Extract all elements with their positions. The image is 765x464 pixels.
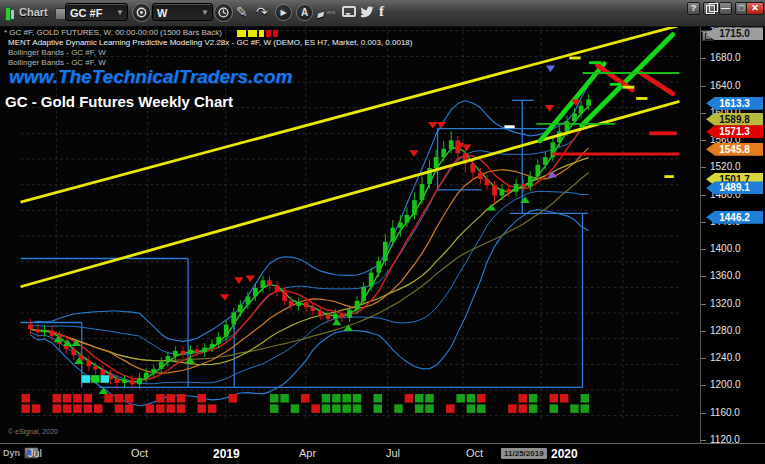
facebook-icon[interactable]: f xyxy=(379,3,384,20)
price-tick-mark xyxy=(701,385,706,386)
legend-square xyxy=(248,30,257,37)
price-badge: 1613.3 xyxy=(706,97,763,110)
time-axis-label: 2019 xyxy=(213,447,240,461)
window-minimize-button[interactable]: — xyxy=(719,2,732,15)
signal-heatmap xyxy=(21,375,589,413)
price-tick-mark xyxy=(701,358,706,359)
app-label: Chart xyxy=(19,6,48,18)
plot-svg[interactable] xyxy=(0,26,700,443)
curve-tool-button[interactable]: ↷ xyxy=(256,4,268,20)
clock-icon xyxy=(218,7,229,18)
indicator-legend-squares xyxy=(237,29,278,37)
price-tick-mark xyxy=(701,440,706,441)
time-axis-label: Oct xyxy=(466,447,483,459)
price-badge: 1545.8 xyxy=(706,143,763,156)
toolbar: Chart GC #F ▼ W ▼ ✎ ↷ ▶ A ▰ ers xyxy=(0,0,765,27)
time-axis-label: 2020 xyxy=(551,447,578,461)
price-tick-label: 1680.0 xyxy=(710,52,741,63)
support-resistance-steps xyxy=(21,100,589,387)
price-tick-mark xyxy=(701,140,706,141)
price-badge: 1446.2 xyxy=(706,211,763,224)
price-tick-mark xyxy=(701,276,706,277)
price-tick-label: 1360.0 xyxy=(710,270,741,281)
window-restore-button[interactable] xyxy=(703,2,716,15)
candles xyxy=(28,94,591,389)
price-badge: 1571.3 xyxy=(706,125,763,138)
price-tick-mark xyxy=(701,113,706,114)
price-tick-mark xyxy=(701,249,706,250)
legend-square xyxy=(259,30,264,37)
price-tick-mark xyxy=(701,31,706,32)
price-tick-mark xyxy=(701,58,706,59)
bollinger-line-1[interactable]: Bollinger Bands - GC #F, W xyxy=(8,48,106,57)
price-tick-label: 1400.0 xyxy=(710,243,741,254)
comment-bubble-icon[interactable] xyxy=(342,6,356,17)
chevron-down-icon: ▼ xyxy=(201,4,209,22)
price-tick-label: 1320.0 xyxy=(710,298,741,309)
moving-averages xyxy=(30,106,588,382)
price-tick-mark xyxy=(701,331,706,332)
price-tick-label: 1160.0 xyxy=(710,407,740,418)
time-axis-label: Oct xyxy=(131,447,148,459)
eraser-icon[interactable]: ▰ xyxy=(314,5,327,23)
target-icon xyxy=(136,7,147,18)
dyn-label: Dyn xyxy=(3,448,20,458)
chart-title: GC - Gold Futures Weekly Chart xyxy=(5,93,233,110)
symbol-search-button[interactable] xyxy=(132,3,151,22)
toolbar-small-label: ers xyxy=(327,9,335,15)
price-badge: 1715.0 xyxy=(706,27,763,40)
price-tick-label: 1640.0 xyxy=(710,80,741,91)
draw-pencil-button[interactable]: ✎ xyxy=(236,4,248,20)
price-tick-mark xyxy=(701,167,706,168)
price-axis[interactable]: 1720.01680.01640.01600.01560.01520.01480… xyxy=(700,26,765,443)
price-tick-label: 1240.0 xyxy=(710,352,741,363)
interval-value: W xyxy=(157,7,167,19)
price-tick-mark xyxy=(701,413,706,414)
twitter-icon[interactable] xyxy=(360,6,375,19)
time-axis-label: Jul xyxy=(28,447,42,459)
price-tick-label: 1520.0 xyxy=(710,161,741,172)
symbol-select[interactable]: GC #F ▼ xyxy=(65,3,128,21)
time-settings-button[interactable] xyxy=(214,3,233,22)
price-tick-label: 1280.0 xyxy=(710,325,741,336)
price-tick-mark xyxy=(701,304,706,305)
copyright-note: © eSignal, 2020 xyxy=(8,428,58,435)
instrument-status-line[interactable]: * GC #F, GOLD FUTURES, W, 00:00-00:00 (1… xyxy=(4,28,222,37)
forecast-segments xyxy=(504,34,679,176)
price-badge: 1589.8 xyxy=(706,113,763,126)
time-axis-label: Jul xyxy=(386,447,400,459)
play-button[interactable]: ▶ xyxy=(275,4,292,21)
watermark-url: www.TheTechnicalTraders.com xyxy=(9,66,292,88)
chevron-down-icon: ▼ xyxy=(116,4,124,22)
price-badge: 1489.1 xyxy=(706,181,763,194)
legend-square xyxy=(273,30,278,37)
esignal-chart-window: Chart GC #F ▼ W ▼ ✎ ↷ ▶ A ▰ ers xyxy=(0,0,765,464)
price-tick-mark xyxy=(701,86,706,87)
signal-markers xyxy=(53,66,580,395)
legend-square xyxy=(237,30,246,37)
annotation-a-button[interactable]: A xyxy=(296,4,313,21)
price-tick-label: 1200.0 xyxy=(710,379,741,390)
last-bar-date-badge: 11/25/2019 xyxy=(501,448,547,459)
chart-icon xyxy=(5,7,15,19)
help-button[interactable]: ? xyxy=(687,2,700,15)
time-axis-label: Apr xyxy=(299,447,316,459)
interval-select[interactable]: W ▼ xyxy=(152,3,213,21)
price-tick-mark xyxy=(701,195,706,196)
window-close-button[interactable]: ✕ xyxy=(746,2,764,15)
restore-icon xyxy=(706,5,715,14)
symbol-value: GC #F xyxy=(70,7,102,19)
adl-indicator-line[interactable]: MENT Adaptive Dynamic Learning Predictiv… xyxy=(8,38,412,47)
price-tick-mark xyxy=(701,222,706,223)
time-axis[interactable]: Dyn JulOct2019AprJulOct202011/25/2019 xyxy=(0,443,765,464)
legend-square xyxy=(266,30,271,37)
